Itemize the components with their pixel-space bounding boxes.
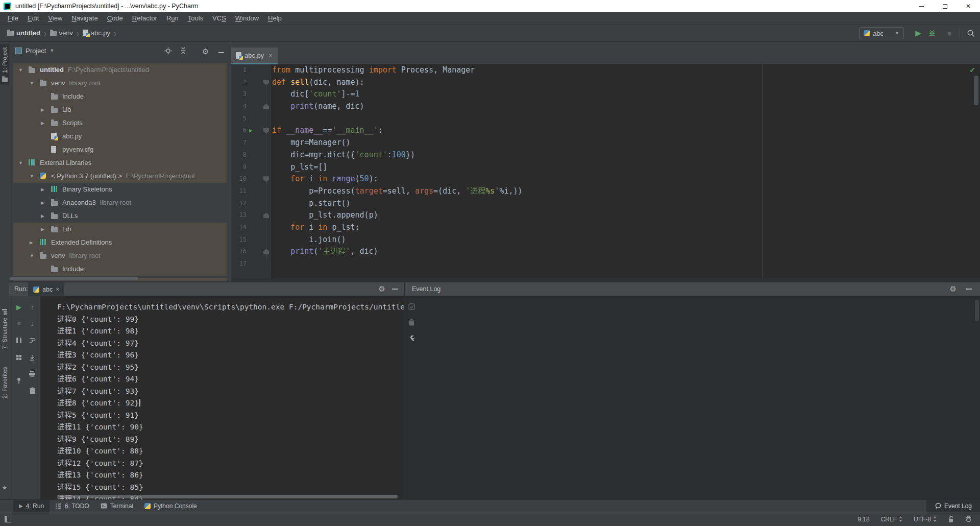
- highlighting-level-button[interactable]: [965, 516, 972, 522]
- fold-marker-icon[interactable]: [263, 212, 269, 218]
- menu-window[interactable]: Window: [231, 14, 263, 22]
- menu-navigate[interactable]: Navigate: [67, 14, 102, 22]
- run-tab-abc[interactable]: abc ×: [28, 282, 64, 296]
- pin-tab-button[interactable]: [14, 376, 23, 385]
- search-everywhere-button[interactable]: [965, 27, 977, 39]
- tree-item-external-libraries[interactable]: ▼External Libraries: [13, 156, 227, 170]
- collapsed-arrow-icon[interactable]: ▶: [41, 209, 44, 223]
- inspections-ok-icon[interactable]: ✓: [969, 66, 975, 74]
- menu-tools[interactable]: Tools: [183, 14, 208, 22]
- menu-vcs[interactable]: VCS: [208, 14, 231, 22]
- readonly-lock-button[interactable]: [948, 516, 954, 523]
- tree-item-lib[interactable]: ▶Lib: [13, 223, 227, 236]
- code-line[interactable]: 12 p.start(): [231, 198, 980, 210]
- down-stack-trace-button[interactable]: ↓: [28, 319, 37, 327]
- maximize-button[interactable]: [933, 0, 957, 12]
- console-horizontal-scrollbar[interactable]: [57, 495, 398, 498]
- tree-item--python-3-7-untitled-[interactable]: ▼< Python 3.7 (untitled) >F:\PycharmProj…: [13, 170, 227, 183]
- scroll-to-end-button[interactable]: [28, 353, 37, 362]
- run-line-icon[interactable]: ▶: [249, 125, 253, 137]
- sidebar-tab-favorites[interactable]: 2: Favorites: [0, 364, 9, 401]
- event-log-settings-wrench-button[interactable]: [408, 334, 415, 344]
- run-button[interactable]: ▶: [913, 27, 924, 39]
- toolwindow-button-terminal[interactable]: Terminal: [95, 500, 139, 512]
- hide-run-panel-button[interactable]: [392, 283, 398, 290]
- soft-wrap-button[interactable]: [28, 336, 37, 344]
- code-line[interactable]: 2def sell(dic, name):: [231, 77, 980, 89]
- tree-item-anaconda3[interactable]: ▶Anaconda3library root: [13, 196, 227, 209]
- caret-position[interactable]: 9:18: [857, 516, 869, 523]
- tree-item-scripts[interactable]: ▶Scripts: [13, 116, 227, 130]
- code-line[interactable]: 1from multiprocessing import Process, Ma…: [231, 64, 980, 77]
- menu-refactor[interactable]: Refactor: [128, 14, 162, 22]
- fold-marker-icon[interactable]: [263, 128, 269, 133]
- toolwindow-button-event-log[interactable]: Event Log: [926, 500, 980, 512]
- menu-help[interactable]: Help: [263, 14, 286, 22]
- line-separator-selector[interactable]: CRLF: [881, 516, 902, 523]
- code-line[interactable]: 15 i.join(): [231, 234, 980, 246]
- menu-view[interactable]: View: [43, 14, 67, 22]
- code-line[interactable]: 3 dic['count']-=1: [231, 88, 980, 101]
- fold-marker-icon[interactable]: [263, 249, 269, 254]
- collapsed-arrow-icon[interactable]: ▶: [30, 236, 33, 249]
- print-button[interactable]: [28, 370, 37, 378]
- tree-item-include[interactable]: Include: [13, 262, 227, 276]
- code-line[interactable]: 6▶if __name__=='__main__':: [231, 125, 980, 137]
- project-panel-header[interactable]: Project ▼: [9, 42, 231, 59]
- minimize-button[interactable]: [910, 0, 933, 12]
- code-line[interactable]: 8 dic=mgr.dict({'count':100}): [231, 149, 980, 161]
- code-line[interactable]: 10 for i in range(50):: [231, 173, 980, 185]
- mark-all-read-button[interactable]: [408, 303, 415, 312]
- event-log-settings-button[interactable]: ⚙: [950, 284, 957, 294]
- expanded-arrow-icon[interactable]: ▼: [30, 77, 34, 90]
- code-line[interactable]: 9 p_lst=[]: [231, 161, 980, 174]
- restore-layout-button[interactable]: [14, 353, 23, 362]
- expanded-arrow-icon[interactable]: ▼: [18, 156, 23, 170]
- editor-tab-abc-py[interactable]: abc.py ×: [231, 47, 278, 64]
- expanded-arrow-icon[interactable]: ▼: [18, 63, 23, 77]
- code-line[interactable]: 14 for i in p_lst:: [231, 222, 980, 234]
- hide-event-log-button[interactable]: [966, 283, 972, 290]
- code-line[interactable]: 13 p_lst.append(p): [231, 209, 980, 222]
- fold-marker-icon[interactable]: [263, 80, 269, 85]
- hide-project-panel-button[interactable]: [218, 47, 224, 53]
- breadcrumb-item[interactable]: abc.py: [83, 29, 110, 37]
- tree-item-binary-skeletons[interactable]: ▶Binary Skeletons: [13, 183, 227, 196]
- close-tab-icon[interactable]: ×: [268, 52, 273, 59]
- favorites-star-icon[interactable]: ★: [0, 481, 9, 494]
- code-line[interactable]: 11 p=Process(target=sell, args=(dic, '进程…: [231, 185, 980, 198]
- expanded-arrow-icon[interactable]: ▼: [30, 170, 34, 183]
- collapsed-arrow-icon[interactable]: ▶: [41, 183, 44, 196]
- locate-file-button[interactable]: [164, 47, 172, 57]
- clear-events-button[interactable]: [408, 319, 415, 328]
- menu-run[interactable]: Run: [162, 14, 183, 22]
- run-configuration-select[interactable]: abc ▼: [859, 27, 904, 39]
- pause-output-button[interactable]: [14, 336, 23, 344]
- tree-item-venv[interactable]: ▼venvlibrary root: [13, 77, 227, 90]
- menu-code[interactable]: Code: [103, 14, 128, 22]
- fold-marker-icon[interactable]: [263, 176, 269, 182]
- collapsed-arrow-icon[interactable]: ▶: [41, 103, 44, 116]
- up-stack-trace-button[interactable]: ↑: [28, 303, 37, 311]
- code-line[interactable]: 16 print('主进程', dic): [231, 246, 980, 258]
- clear-console-button[interactable]: [28, 387, 37, 395]
- collapsed-arrow-icon[interactable]: ▶: [41, 196, 44, 209]
- run-console-output[interactable]: F:\PycharmProjects\untitled\venv\Scripts…: [41, 296, 404, 499]
- toolwindow-button-6-todo[interactable]: 6: TODO: [50, 500, 95, 512]
- toolwindow-button-python-console[interactable]: Python Console: [139, 500, 203, 512]
- stop-button[interactable]: ■: [944, 27, 955, 39]
- tree-item-venv[interactable]: ▼venvlibrary root: [13, 249, 227, 262]
- stop-process-button[interactable]: ■: [14, 319, 23, 327]
- run-settings-button[interactable]: ⚙: [379, 284, 385, 294]
- breadcrumb-item[interactable]: venv: [50, 29, 73, 37]
- project-settings-button[interactable]: ⚙: [202, 47, 209, 56]
- tree-item-untitled[interactable]: ▼untitledF:\PycharmProjects\untitled: [13, 63, 227, 77]
- tree-item-extended-definitions[interactable]: ▶Extended Definitions: [13, 236, 227, 249]
- toolwindow-button-4-run[interactable]: ▶4: Run: [13, 500, 50, 512]
- expanded-arrow-icon[interactable]: ▼: [30, 249, 34, 262]
- code-line[interactable]: 5: [231, 113, 980, 125]
- event-log-scrollbar[interactable]: [975, 300, 979, 321]
- tree-item-lib[interactable]: ▶Lib: [13, 103, 227, 116]
- rerun-button[interactable]: ▶: [14, 303, 23, 311]
- sidebar-tab-structure[interactable]: 7: Structure: [0, 305, 9, 352]
